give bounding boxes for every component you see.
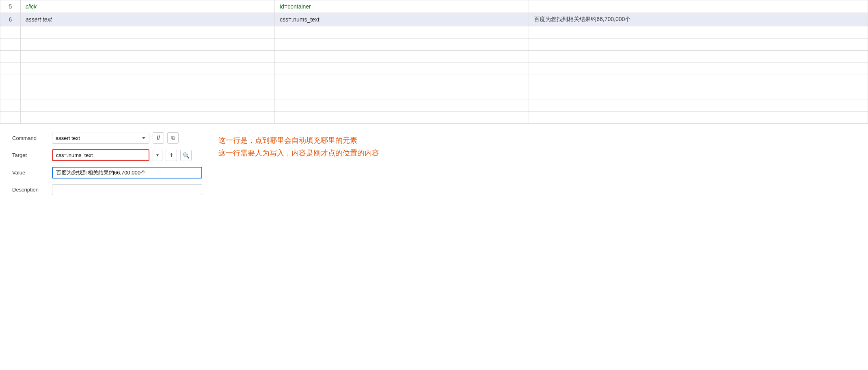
table-row[interactable]: 6 assert text css=.nums_text 百度为您找到相关结果约…: [0, 13, 868, 26]
row-target: css=.nums_text: [275, 13, 529, 26]
test-table-section: 5 click id=container 6 assert text css=.…: [0, 0, 868, 124]
table-row-empty: [0, 112, 868, 124]
table-row-empty: [0, 63, 868, 75]
table-row-empty: [0, 51, 868, 63]
target-dropdown-button[interactable]: ▼: [153, 150, 162, 161]
table-row[interactable]: 5 click id=container: [0, 0, 868, 13]
target-label: Target: [12, 152, 49, 158]
search-icon: 🔍: [183, 152, 190, 159]
table-row-empty: [0, 87, 868, 99]
description-row: Description: [12, 184, 202, 195]
annotation-line-1: 这一行是，点到哪里会自动填充哪里的元素: [218, 134, 856, 147]
annotation-line-2: 这一行需要人为写入，内容是刚才点的位置的内容: [218, 147, 856, 159]
row-command: assert text: [21, 13, 275, 26]
row-number: 5: [0, 0, 21, 13]
row-value: [529, 0, 868, 13]
value-row: Value: [12, 167, 202, 179]
comment-button[interactable]: //: [153, 132, 164, 144]
table-row-empty: [0, 39, 868, 51]
table-row-empty: [0, 75, 868, 87]
form-fields: Command assert text click send keys open…: [12, 132, 202, 201]
description-input[interactable]: [52, 184, 202, 195]
row-value: 百度为您找到相关结果约66,700,000个: [529, 13, 868, 26]
table-row-empty: [0, 26, 868, 39]
target-input[interactable]: [52, 149, 149, 161]
command-row: Command assert text click send keys open…: [12, 132, 202, 144]
row-command: click: [21, 0, 275, 13]
row-number: 6: [0, 13, 21, 26]
command-panel: Command assert text click send keys open…: [0, 124, 868, 209]
command-select[interactable]: assert text click send keys open: [52, 133, 149, 144]
description-label: Description: [12, 187, 49, 193]
external-link-button[interactable]: ⧉: [167, 132, 179, 144]
target-selector-button[interactable]: ⬆: [166, 150, 177, 161]
command-label: Command: [12, 135, 49, 141]
value-label: Value: [12, 170, 49, 176]
row-target: id=container: [275, 0, 529, 13]
chevron-down-icon: ▼: [155, 153, 160, 157]
value-input[interactable]: [52, 167, 202, 179]
target-row: Target ▼ ⬆ 🔍: [12, 149, 202, 161]
target-search-button[interactable]: 🔍: [180, 150, 192, 161]
table-row-empty: [0, 99, 868, 112]
annotation-section: 这一行是，点到哪里会自动填充哪里的元素 这一行需要人为写入，内容是刚才点的位置的…: [218, 132, 856, 159]
cursor-icon: ⬆: [169, 152, 174, 158]
steps-table: 5 click id=container 6 assert text css=.…: [0, 0, 868, 124]
